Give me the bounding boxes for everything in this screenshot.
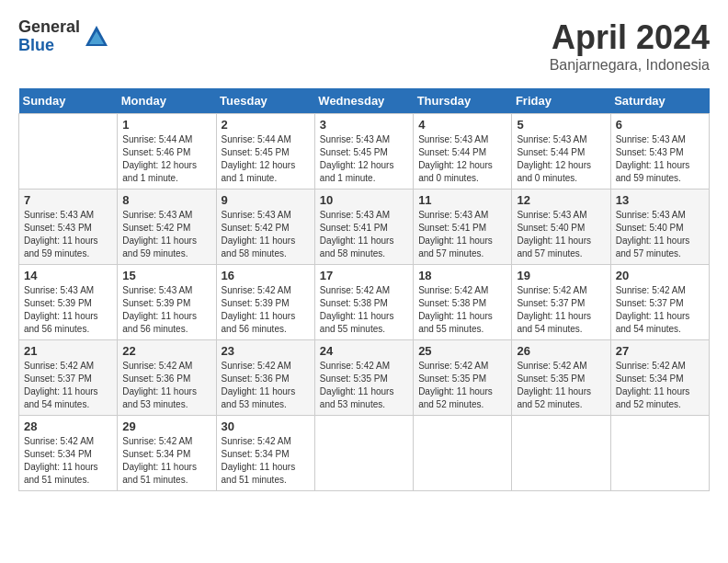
day-info: Sunrise: 5:42 AMSunset: 5:37 PMDaylight:…	[517, 284, 605, 336]
day-info: Sunrise: 5:42 AMSunset: 5:39 PMDaylight:…	[222, 284, 310, 336]
calendar-cell: 20Sunrise: 5:42 AMSunset: 5:37 PMDayligh…	[610, 265, 709, 340]
calendar-cell: 7Sunrise: 5:43 AMSunset: 5:43 PMDaylight…	[19, 190, 118, 265]
day-info: Sunrise: 5:43 AMSunset: 5:43 PMDaylight:…	[616, 133, 704, 185]
day-number: 11	[418, 193, 506, 207]
calendar-cell	[414, 416, 512, 491]
day-number: 18	[418, 269, 506, 282]
day-number: 23	[222, 344, 310, 358]
day-info: Sunrise: 5:44 AMSunset: 5:46 PMDaylight:…	[122, 133, 210, 185]
calendar-cell: 29Sunrise: 5:42 AMSunset: 5:34 PMDayligh…	[118, 416, 216, 491]
logo-general: General	[18, 18, 80, 37]
day-info: Sunrise: 5:43 AMSunset: 5:45 PMDaylight:…	[320, 133, 408, 185]
calendar-cell: 21Sunrise: 5:42 AMSunset: 5:37 PMDayligh…	[19, 340, 118, 416]
week-row-4: 21Sunrise: 5:42 AMSunset: 5:37 PMDayligh…	[19, 340, 710, 416]
header-day-thursday: Thursday	[414, 88, 512, 114]
week-row-5: 28Sunrise: 5:42 AMSunset: 5:34 PMDayligh…	[19, 416, 710, 491]
calendar-cell: 24Sunrise: 5:42 AMSunset: 5:35 PMDayligh…	[314, 340, 413, 416]
day-info: Sunrise: 5:42 AMSunset: 5:35 PMDaylight:…	[517, 360, 605, 411]
calendar-cell: 27Sunrise: 5:42 AMSunset: 5:34 PMDayligh…	[610, 340, 709, 416]
calendar-cell: 19Sunrise: 5:42 AMSunset: 5:37 PMDayligh…	[512, 265, 610, 340]
week-row-3: 14Sunrise: 5:43 AMSunset: 5:39 PMDayligh…	[19, 265, 710, 340]
day-number: 27	[616, 344, 704, 358]
calendar-cell: 10Sunrise: 5:43 AMSunset: 5:41 PMDayligh…	[314, 190, 413, 265]
day-info: Sunrise: 5:43 AMSunset: 5:39 PMDaylight:…	[122, 284, 210, 336]
calendar-cell	[19, 114, 118, 190]
page-header: General Blue April 2024 Banjarnegara, In…	[18, 18, 710, 74]
calendar-cell: 12Sunrise: 5:43 AMSunset: 5:40 PMDayligh…	[512, 190, 610, 265]
calendar-cell: 4Sunrise: 5:43 AMSunset: 5:44 PMDaylight…	[414, 114, 512, 190]
title-block: April 2024 Banjarnegara, Indonesia	[550, 18, 710, 74]
day-info: Sunrise: 5:42 AMSunset: 5:38 PMDaylight:…	[418, 284, 506, 336]
calendar-cell: 23Sunrise: 5:42 AMSunset: 5:36 PMDayligh…	[216, 340, 314, 416]
day-number: 9	[222, 193, 310, 207]
day-number: 26	[517, 344, 605, 358]
header-row: SundayMondayTuesdayWednesdayThursdayFrid…	[19, 88, 710, 114]
calendar-cell: 30Sunrise: 5:42 AMSunset: 5:34 PMDayligh…	[216, 416, 314, 491]
day-info: Sunrise: 5:42 AMSunset: 5:37 PMDaylight:…	[24, 360, 112, 411]
calendar-cell: 16Sunrise: 5:42 AMSunset: 5:39 PMDayligh…	[216, 265, 314, 340]
day-info: Sunrise: 5:42 AMSunset: 5:34 PMDaylight:…	[222, 435, 310, 487]
header-day-saturday: Saturday	[610, 88, 709, 114]
day-info: Sunrise: 5:42 AMSunset: 5:34 PMDaylight:…	[24, 435, 112, 487]
location: Banjarnegara, Indonesia	[550, 57, 710, 74]
day-info: Sunrise: 5:43 AMSunset: 5:40 PMDaylight:…	[616, 209, 704, 260]
day-info: Sunrise: 5:42 AMSunset: 5:36 PMDaylight:…	[122, 360, 210, 411]
month-title: April 2024	[550, 18, 710, 57]
day-number: 22	[122, 344, 210, 358]
calendar-cell: 11Sunrise: 5:43 AMSunset: 5:41 PMDayligh…	[414, 190, 512, 265]
day-number: 12	[517, 193, 605, 207]
day-number: 25	[418, 344, 506, 358]
day-info: Sunrise: 5:42 AMSunset: 5:34 PMDaylight:…	[616, 360, 704, 411]
calendar-cell: 2Sunrise: 5:44 AMSunset: 5:45 PMDaylight…	[216, 114, 314, 190]
logo-blue: Blue	[18, 37, 80, 55]
header-day-sunday: Sunday	[19, 88, 118, 114]
day-number: 5	[517, 118, 605, 132]
calendar-cell	[512, 416, 610, 491]
day-number: 14	[24, 269, 112, 282]
header-day-friday: Friday	[512, 88, 610, 114]
day-number: 21	[24, 344, 112, 358]
calendar-cell: 17Sunrise: 5:42 AMSunset: 5:38 PMDayligh…	[314, 265, 413, 340]
calendar-cell: 8Sunrise: 5:43 AMSunset: 5:42 PMDaylight…	[118, 190, 216, 265]
day-number: 15	[122, 269, 210, 282]
day-info: Sunrise: 5:43 AMSunset: 5:39 PMDaylight:…	[24, 284, 112, 336]
header-day-monday: Monday	[118, 88, 216, 114]
day-number: 7	[24, 193, 112, 207]
header-day-tuesday: Tuesday	[216, 88, 314, 114]
day-number: 13	[616, 193, 704, 207]
day-info: Sunrise: 5:42 AMSunset: 5:35 PMDaylight:…	[320, 360, 408, 411]
calendar-cell	[610, 416, 709, 491]
day-info: Sunrise: 5:43 AMSunset: 5:43 PMDaylight:…	[24, 209, 112, 260]
day-number: 8	[122, 193, 210, 207]
day-number: 17	[320, 269, 408, 282]
calendar-cell: 5Sunrise: 5:43 AMSunset: 5:44 PMDaylight…	[512, 114, 610, 190]
calendar-cell: 6Sunrise: 5:43 AMSunset: 5:43 PMDaylight…	[610, 114, 709, 190]
calendar-cell: 3Sunrise: 5:43 AMSunset: 5:45 PMDaylight…	[314, 114, 413, 190]
day-info: Sunrise: 5:43 AMSunset: 5:41 PMDaylight:…	[320, 209, 408, 260]
calendar-cell: 26Sunrise: 5:42 AMSunset: 5:35 PMDayligh…	[512, 340, 610, 416]
day-number: 29	[122, 419, 210, 433]
day-number: 20	[616, 269, 704, 282]
day-info: Sunrise: 5:42 AMSunset: 5:38 PMDaylight:…	[320, 284, 408, 336]
day-number: 30	[222, 419, 310, 433]
calendar-cell: 15Sunrise: 5:43 AMSunset: 5:39 PMDayligh…	[118, 265, 216, 340]
day-number: 2	[222, 118, 310, 132]
day-info: Sunrise: 5:43 AMSunset: 5:41 PMDaylight:…	[418, 209, 506, 260]
calendar-cell: 9Sunrise: 5:43 AMSunset: 5:42 PMDaylight…	[216, 190, 314, 265]
day-number: 16	[222, 269, 310, 282]
day-number: 10	[320, 193, 408, 207]
day-info: Sunrise: 5:42 AMSunset: 5:34 PMDaylight:…	[122, 435, 210, 487]
day-info: Sunrise: 5:43 AMSunset: 5:42 PMDaylight:…	[222, 209, 310, 260]
calendar-cell: 1Sunrise: 5:44 AMSunset: 5:46 PMDaylight…	[118, 114, 216, 190]
day-number: 24	[320, 344, 408, 358]
calendar-cell: 25Sunrise: 5:42 AMSunset: 5:35 PMDayligh…	[414, 340, 512, 416]
logo-icon	[84, 24, 109, 50]
day-info: Sunrise: 5:42 AMSunset: 5:36 PMDaylight:…	[222, 360, 310, 411]
day-number: 28	[24, 419, 112, 433]
day-info: Sunrise: 5:43 AMSunset: 5:40 PMDaylight:…	[517, 209, 605, 260]
calendar-cell: 18Sunrise: 5:42 AMSunset: 5:38 PMDayligh…	[414, 265, 512, 340]
calendar-cell: 28Sunrise: 5:42 AMSunset: 5:34 PMDayligh…	[19, 416, 118, 491]
day-info: Sunrise: 5:42 AMSunset: 5:35 PMDaylight:…	[418, 360, 506, 411]
day-number: 3	[320, 118, 408, 132]
day-info: Sunrise: 5:43 AMSunset: 5:44 PMDaylight:…	[517, 133, 605, 185]
